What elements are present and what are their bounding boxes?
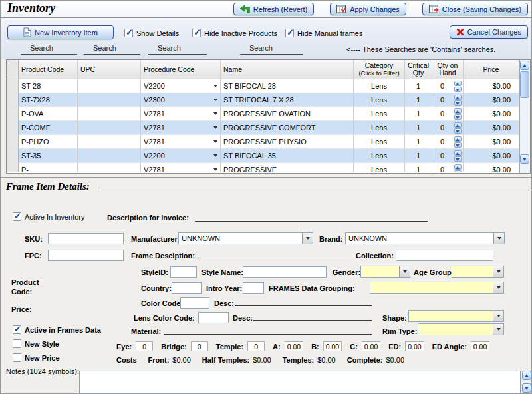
critical-qty-cell[interactable]: 1 bbox=[405, 149, 432, 163]
critical-qty-cell[interactable]: 1 bbox=[405, 107, 432, 121]
name-cell[interactable]: ST TRIFOCAL 7 X 28 bbox=[221, 93, 354, 107]
search-input-name[interactable]: Search bbox=[240, 44, 303, 55]
gender-select[interactable] bbox=[360, 266, 410, 278]
spinner-down-icon[interactable] bbox=[454, 170, 462, 172]
scrollbar-thumb[interactable] bbox=[520, 71, 529, 98]
table-vertical-scrollbar[interactable] bbox=[519, 60, 530, 173]
chevron-down-icon[interactable] bbox=[213, 85, 217, 87]
chevron-down-icon[interactable] bbox=[213, 154, 217, 157]
spinner-up-icon[interactable] bbox=[454, 95, 462, 100]
age-group-select[interactable] bbox=[452, 266, 504, 278]
chevron-down-icon[interactable] bbox=[399, 266, 410, 277]
color-code-field[interactable] bbox=[180, 297, 209, 309]
procedure-code-cell[interactable]: V2300 bbox=[141, 93, 221, 107]
notes-scroll-down-icon[interactable] bbox=[522, 383, 531, 393]
row-selector[interactable] bbox=[7, 135, 19, 149]
close-saving-button[interactable]: Close (Saving Changes) bbox=[422, 3, 528, 15]
spinner-up-icon[interactable] bbox=[454, 164, 462, 170]
frames-data-grouping-select[interactable] bbox=[370, 282, 504, 294]
procedure-code-cell[interactable]: V2781 bbox=[141, 163, 221, 172]
product-code-cell[interactable]: P- bbox=[19, 163, 78, 172]
upc-cell[interactable] bbox=[78, 121, 141, 135]
new-price-checkbox[interactable] bbox=[13, 353, 21, 362]
upc-cell[interactable] bbox=[78, 163, 141, 172]
hide-manual-frames-checkbox[interactable] bbox=[285, 29, 294, 37]
price-header[interactable]: Price bbox=[464, 60, 519, 79]
product-code-cell[interactable]: P-COMF bbox=[19, 121, 78, 135]
row-selector[interactable] bbox=[7, 163, 19, 172]
hide-manual-frames-checkbox-group[interactable]: Hide Manual frames bbox=[285, 29, 362, 37]
table-row[interactable]: P-OVA V2781 PROGRESSIVE OVATION Lens 1 0… bbox=[7, 107, 519, 121]
scroll-down-icon[interactable] bbox=[520, 154, 529, 164]
row-selector[interactable] bbox=[7, 121, 19, 135]
chevron-down-icon[interactable] bbox=[493, 266, 503, 277]
description-for-invoice-field[interactable] bbox=[195, 212, 428, 222]
critical-qty-cell[interactable]: 1 bbox=[405, 79, 432, 93]
product-code-cell[interactable]: P-OVA bbox=[19, 107, 78, 121]
style-name-field[interactable] bbox=[243, 266, 327, 278]
show-details-checkbox[interactable] bbox=[124, 29, 133, 37]
spinner-down-icon[interactable] bbox=[454, 87, 462, 92]
qty-spinner[interactable] bbox=[454, 108, 462, 120]
category-header[interactable]: Category (Click to Filter) bbox=[354, 60, 405, 79]
procedure-code-cell[interactable]: V2200 bbox=[141, 79, 221, 93]
row-selector[interactable] bbox=[7, 107, 19, 121]
active-in-inventory-checkbox-group[interactable]: Active In Inventory bbox=[13, 212, 85, 221]
qty-on-hand-cell[interactable]: 0 bbox=[432, 93, 464, 107]
show-details-checkbox-group[interactable]: Show Details bbox=[124, 29, 179, 37]
table-row[interactable]: ST-7X28 V2300 ST TRIFOCAL 7 X 28 Lens 1 … bbox=[7, 93, 519, 107]
table-row[interactable]: P-PHZO V2781 PROGRESSIVE PHYSIO Lens 1 0… bbox=[7, 135, 519, 149]
qty-on-hand-cell[interactable]: 0 bbox=[432, 135, 464, 149]
name-cell[interactable]: PROGRESSIVE OVATION bbox=[221, 107, 354, 121]
category-cell[interactable]: Lens bbox=[354, 121, 405, 135]
active-in-frames-data-checkbox[interactable] bbox=[13, 325, 21, 334]
qty-on-hand-cell[interactable]: 0 bbox=[432, 163, 464, 172]
collection-field[interactable] bbox=[396, 250, 493, 261]
chevron-down-icon[interactable] bbox=[493, 324, 503, 335]
spinner-down-icon[interactable] bbox=[454, 114, 462, 120]
price-cell[interactable]: $0.00 bbox=[464, 121, 519, 135]
critical-qty-cell[interactable]: 1 bbox=[405, 135, 432, 149]
category-cell[interactable]: Lens bbox=[354, 135, 405, 149]
procedure-code-header[interactable]: Procedure Code bbox=[141, 60, 221, 79]
active-in-frames-data-checkbox-group[interactable]: Active in Frames Data bbox=[13, 325, 101, 334]
row-selector[interactable] bbox=[7, 149, 19, 163]
qty-on-hand-header[interactable]: Qty on Hand bbox=[432, 60, 464, 79]
cancel-changes-button[interactable]: Cancel Changes bbox=[450, 25, 528, 39]
styleid-field[interactable] bbox=[170, 266, 197, 278]
qty-spinner[interactable] bbox=[454, 164, 462, 172]
upc-header[interactable]: UPC bbox=[78, 60, 141, 79]
table-row[interactable]: ST-35 V2200 ST BIFOCAL 35 Lens 1 0 $0.00 bbox=[7, 149, 519, 163]
search-input-procedure-code[interactable]: Search bbox=[148, 44, 207, 55]
spinner-up-icon[interactable] bbox=[454, 136, 462, 142]
chevron-down-icon[interactable] bbox=[302, 233, 313, 244]
category-cell[interactable]: Lens bbox=[354, 107, 405, 121]
material-field[interactable] bbox=[164, 325, 372, 335]
c-field[interactable]: 0.00 bbox=[362, 341, 380, 351]
a-field[interactable]: 0.00 bbox=[285, 341, 303, 351]
chevron-down-icon[interactable] bbox=[213, 168, 217, 171]
country-field[interactable] bbox=[172, 282, 202, 294]
price-cell[interactable]: $0.00 bbox=[464, 107, 519, 121]
procedure-code-cell[interactable]: V2781 bbox=[141, 107, 221, 121]
price-cell[interactable]: $0.00 bbox=[464, 79, 519, 93]
new-style-checkbox-group[interactable]: New Style bbox=[13, 339, 59, 348]
search-input-product-code[interactable]: Search bbox=[21, 44, 77, 55]
apply-changes-button[interactable]: Apply Changes bbox=[330, 3, 406, 15]
name-cell[interactable]: ST BIFOCAL 28 bbox=[221, 79, 354, 93]
lens-desc-field[interactable] bbox=[253, 311, 372, 321]
chevron-down-icon[interactable] bbox=[493, 311, 503, 321]
table-row-clipped[interactable]: P- V2781 PROGRESSIVE Lens 1 0 $0.00 bbox=[7, 163, 519, 172]
qty-on-hand-cell[interactable]: 0 bbox=[432, 149, 464, 163]
product-code-cell[interactable]: ST-28 bbox=[19, 79, 78, 93]
ed-field[interactable]: 0.00 bbox=[405, 341, 424, 351]
spinner-down-icon[interactable] bbox=[454, 128, 462, 134]
b-field[interactable]: 0.00 bbox=[323, 341, 342, 351]
chevron-down-icon[interactable] bbox=[213, 126, 217, 129]
fpc-field[interactable] bbox=[48, 250, 124, 261]
new-style-checkbox[interactable] bbox=[13, 339, 21, 348]
qty-spinner[interactable] bbox=[454, 81, 462, 92]
upc-cell[interactable] bbox=[78, 107, 141, 121]
critical-qty-cell[interactable]: 1 bbox=[405, 163, 432, 172]
product-code-header[interactable]: Product Code bbox=[19, 60, 78, 79]
